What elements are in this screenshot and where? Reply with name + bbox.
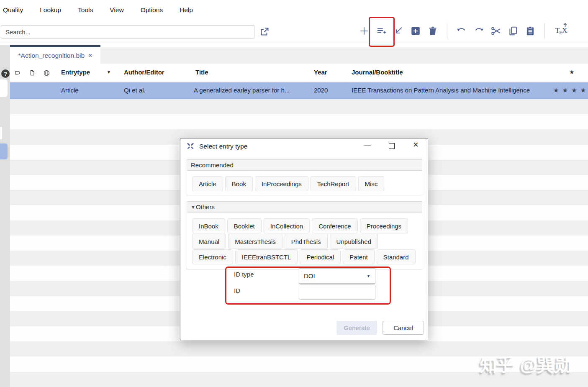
open-global-search-icon[interactable] (259, 27, 270, 37)
entry-type-button[interactable]: Standard (377, 249, 416, 264)
search-input[interactable] (1, 25, 254, 38)
entry-type-button[interactable]: Misc (358, 176, 385, 191)
close-icon[interactable]: × (413, 139, 419, 150)
menu-item[interactable]: Quality (2, 5, 24, 15)
table-row-selected[interactable]: Article Qi et al. A generalized earley p… (10, 82, 588, 99)
minimize-icon[interactable]: — (364, 141, 371, 149)
entry-type-button[interactable]: Patent (343, 249, 374, 264)
recommended-group-header[interactable]: Recommended (187, 159, 422, 171)
tab-action-recognition-bib[interactable]: *Action_recognition.bib × (10, 45, 100, 64)
table-header-row: Entrytype ▼ Author/Editor Title Year Jou… (10, 64, 588, 82)
column-header-rank-icon[interactable]: ★ (569, 69, 575, 75)
entry-type-button[interactable]: Electronic (192, 249, 233, 264)
toolbar-separator (544, 23, 545, 39)
new-entry-from-plain-text-icon[interactable] (410, 26, 421, 36)
others-group-header[interactable]: ▼ Others (187, 201, 422, 213)
maximize-icon[interactable] (389, 143, 395, 149)
menu-item[interactable]: Help (179, 5, 194, 15)
column-header-title[interactable]: Title (195, 69, 208, 76)
entry-type-button[interactable]: Manual (192, 234, 226, 249)
id-type-value: DOI (304, 272, 315, 279)
undo-icon[interactable] (456, 26, 467, 36)
select-entry-type-dialog: Select entry type — × Recommended Articl… (180, 138, 428, 340)
file-column-icon[interactable] (29, 69, 36, 77)
push-to-tex-editor-icon[interactable]: TEX (554, 26, 569, 36)
entry-type-button[interactable]: InBook (192, 218, 225, 233)
entry-type-button[interactable]: PhdThesis (285, 234, 328, 249)
color-tag-column-icon[interactable] (14, 69, 21, 77)
sidebar-toggle-selected[interactable] (0, 144, 8, 159)
copy-icon[interactable] (508, 26, 519, 36)
entry-type-button[interactable]: Booklet (227, 218, 262, 233)
others-types: InBookBookletInCollectionConferenceProce… (187, 213, 422, 269)
sidebar-toggle-top[interactable] (0, 79, 8, 97)
entry-type-button[interactable]: Article (192, 176, 223, 191)
id-type-dropdown[interactable]: DOI ▼ (299, 268, 375, 284)
sort-descending-icon[interactable]: ▼ (107, 70, 111, 74)
table-empty-row (10, 99, 588, 114)
column-header-entrytype[interactable]: Entrytype (61, 69, 90, 76)
dialog-body: Recommended ArticleBookInProceedingsTech… (187, 159, 422, 269)
column-header-year[interactable]: Year (314, 69, 327, 76)
cancel-button[interactable]: Cancel (383, 321, 424, 335)
toolbar-divider (0, 42, 588, 42)
column-header-author-editor[interactable]: Author/Editor (124, 69, 164, 76)
entry-type-button[interactable]: Unpublished (330, 234, 378, 249)
others-label: Others (196, 203, 215, 210)
entry-type-button[interactable]: Periodical (300, 249, 341, 264)
entry-type-button[interactable]: MastersThesis (228, 234, 282, 249)
cell-title: A generalized earley parser for h... (194, 87, 290, 94)
cell-author-editor: Qi et al. (124, 87, 146, 94)
id-label: ID (234, 287, 240, 294)
jabref-window: QualityLookupToolsViewOptionsHelp (0, 0, 588, 387)
menu-item[interactable]: Lookup (39, 5, 62, 15)
entry-type-button[interactable]: InCollection (264, 218, 310, 233)
entry-type-button[interactable]: TechReport (311, 176, 356, 191)
help-icon[interactable]: ? (1, 69, 10, 78)
entry-type-button[interactable]: IEEEtranBSTCTL (235, 249, 298, 264)
sidebar-toggle-middle[interactable] (0, 127, 2, 139)
table-empty-row (10, 114, 588, 129)
tab-bar-background (100, 47, 588, 64)
chevron-down-icon: ▼ (367, 274, 370, 278)
cell-year: 2020 (314, 87, 328, 94)
collapse-triangle-icon: ▼ (191, 205, 195, 210)
entry-type-button[interactable]: InProceedings (255, 176, 308, 191)
recommended-label: Recommended (191, 161, 234, 169)
entry-type-button[interactable]: Proceedings (360, 218, 408, 233)
cell-rank-stars: ★ ★ ★ ★ ★ (553, 87, 588, 94)
dialog-title: Select entry type (199, 143, 247, 150)
toolbar: TEX (359, 22, 569, 40)
column-header-journal-booktitle[interactable]: Journal/Booktitle (352, 69, 403, 76)
new-entry-icon[interactable] (376, 26, 387, 36)
id-type-label: ID type (234, 271, 254, 278)
generate-button[interactable]: Generate (336, 321, 377, 335)
tab-close-icon[interactable]: × (88, 52, 92, 59)
menu-bar: QualityLookupToolsViewOptionsHelp (0, 0, 588, 20)
redo-icon[interactable] (473, 26, 484, 36)
paste-icon[interactable] (525, 26, 536, 36)
toolbar-separator (447, 23, 447, 39)
cut-icon[interactable] (490, 26, 501, 36)
menu-item[interactable]: View (109, 5, 124, 15)
new-library-icon[interactable] (359, 26, 370, 36)
menu-item[interactable]: Options (140, 5, 164, 15)
entry-type-button[interactable]: Conference (312, 218, 358, 233)
tab-label: *Action_recognition.bib (18, 52, 85, 59)
delete-entry-icon[interactable] (427, 26, 438, 36)
recommended-types: ArticleBookInProceedingsTechReportMisc (187, 171, 422, 195)
jabref-logo-icon (186, 142, 195, 151)
cell-entrytype: Article (61, 87, 79, 94)
entry-type-button[interactable]: Book (225, 176, 253, 191)
import-entries-icon[interactable] (393, 26, 404, 36)
cell-journal-booktitle: IEEE Transactions on Pattern Analysis an… (352, 87, 530, 94)
watermark: 知乎 @巽勋 (480, 354, 572, 377)
id-input[interactable] (299, 284, 375, 300)
tex-x: X (562, 26, 567, 34)
url-column-icon[interactable] (43, 69, 50, 78)
menu-item[interactable]: Tools (77, 5, 94, 15)
